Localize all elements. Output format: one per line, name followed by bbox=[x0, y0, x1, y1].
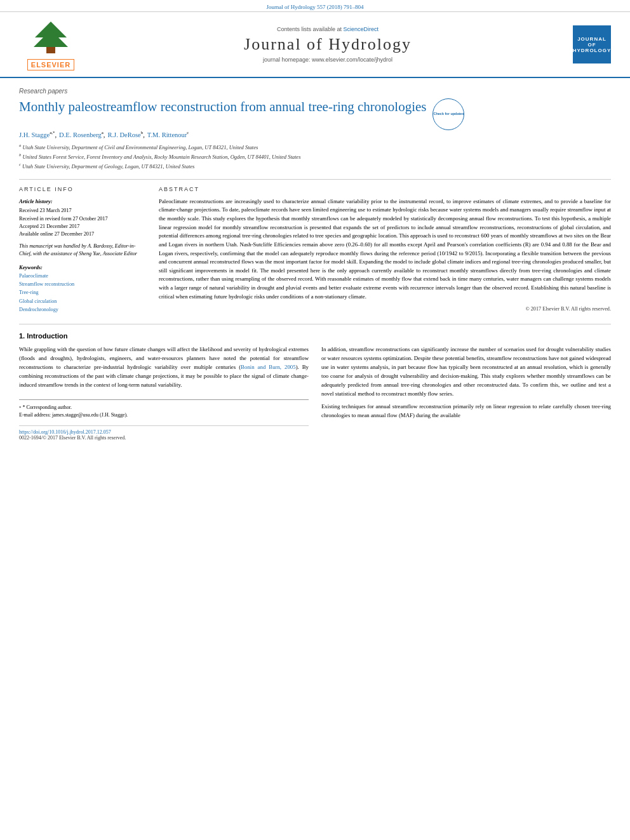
article-history: Article history: Received 23 March 2017 … bbox=[19, 197, 146, 258]
article-info-abstract: ARTICLE INFO Article history: Received 2… bbox=[19, 186, 611, 314]
intro-right-text: In addition, streamflow reconstructions … bbox=[321, 345, 611, 420]
intro-right: In addition, streamflow reconstructions … bbox=[321, 345, 611, 441]
check-for-updates-badge: Check for updates bbox=[432, 98, 464, 130]
abstract-text: Paleoclimate reconstructions are increas… bbox=[159, 197, 611, 302]
title-area: Monthly paleostreamflow reconstruction f… bbox=[19, 98, 611, 130]
author-derose: R.J. DeRoseb, bbox=[107, 130, 144, 138]
paper-title: Monthly paleostreamflow reconstruction f… bbox=[19, 98, 426, 116]
footnote-star: * * Corresponding author. bbox=[19, 404, 309, 411]
affil-a: a Utah State University, Department of C… bbox=[19, 142, 611, 152]
journal-logo: JOURNAL OF HYDROLOGY bbox=[566, 25, 617, 63]
article-info-heading: ARTICLE INFO bbox=[19, 186, 146, 192]
keywords-block: Keywords: Palaeoclimate Streamflow recon… bbox=[19, 264, 146, 314]
elsevier-tree-icon bbox=[22, 18, 79, 57]
received-date: Received 23 March 2017 bbox=[19, 207, 146, 215]
intro-two-col: While grappling with the question of how… bbox=[19, 345, 611, 441]
abstract-heading: ABSTRACT bbox=[159, 186, 611, 192]
footnote-area: * * Corresponding author. E-mail address… bbox=[19, 399, 309, 419]
journal-title: Journal of Hydrology bbox=[95, 35, 560, 54]
journal-reference: Journal of Hydrology 557 (2018) 791–804 bbox=[0, 0, 630, 12]
revised-date: Received in revised form 27 October 2017 bbox=[19, 215, 146, 223]
body-content: 1. Introduction While grappling with the… bbox=[19, 324, 611, 441]
section-label: Research papers bbox=[19, 88, 611, 95]
kw-palaeoclimate: Palaeoclimate bbox=[19, 272, 146, 280]
doi-bar: https://doi.org/10.1016/j.jhydrol.2017.1… bbox=[19, 425, 309, 441]
main-content: Research papers Monthly paleostreamflow … bbox=[0, 78, 630, 450]
journal-header: ELSEVIER Contents lists available at Sci… bbox=[0, 12, 630, 78]
author-rittenour: T.M. Rittenourc bbox=[147, 130, 189, 138]
available-date: Available online 27 December 2017 bbox=[19, 230, 146, 238]
affiliations: a Utah State University, Department of C… bbox=[19, 142, 611, 171]
footnote-email: E-mail address: james.stagge@usu.edu (J.… bbox=[19, 411, 309, 419]
journal-logo-box: JOURNAL OF HYDROLOGY bbox=[573, 25, 611, 63]
editor-note: This manuscript was handled by A. Bardos… bbox=[19, 243, 146, 258]
article-info: ARTICLE INFO Article history: Received 2… bbox=[19, 186, 146, 314]
kw-global-circulation: Global circulation bbox=[19, 297, 146, 305]
intro-left-text: While grappling with the question of how… bbox=[19, 345, 309, 389]
svg-rect-3 bbox=[46, 47, 55, 53]
affil-c: c Utah State University, Department of G… bbox=[19, 161, 611, 171]
abstract-section: ABSTRACT Paleoclimate reconstructions ar… bbox=[159, 186, 611, 314]
kw-streamflow: Streamflow reconstruction bbox=[19, 280, 146, 288]
elsevier-logo: ELSEVIER bbox=[27, 59, 74, 70]
sciencedirect-link[interactable]: ScienceDirect bbox=[344, 26, 379, 32]
doi-link[interactable]: https://doi.org/10.1016/j.jhydrol.2017.1… bbox=[19, 429, 111, 435]
header-divider bbox=[19, 179, 611, 180]
journal-header-center: Contents lists available at ScienceDirec… bbox=[95, 26, 560, 63]
affil-b: b United States Forest Service, Forest I… bbox=[19, 152, 611, 161]
intro-heading: 1. Introduction bbox=[19, 332, 611, 340]
keywords-label: Keywords: bbox=[19, 264, 146, 270]
kw-dendrochronology: Dendrochronology bbox=[19, 305, 146, 314]
copyright-line: © 2017 Elsevier B.V. All rights reserved… bbox=[159, 306, 611, 312]
author-rosenberg: D.E. Rosenberga, bbox=[59, 130, 105, 138]
authors-line: J.H. Staggea,*, D.E. Rosenberga, R.J. De… bbox=[19, 130, 611, 138]
elsevier-branding: ELSEVIER bbox=[13, 18, 89, 70]
kw-tree-ring: Tree-ring bbox=[19, 288, 146, 297]
accepted-date: Accepted 21 December 2017 bbox=[19, 223, 146, 230]
journal-homepage: journal homepage: www.elsevier.com/locat… bbox=[95, 57, 560, 63]
author-stagge: J.H. Staggea,*, bbox=[19, 130, 57, 138]
intro-left: While grappling with the question of how… bbox=[19, 345, 309, 441]
contents-available: Contents lists available at ScienceDirec… bbox=[95, 26, 560, 32]
